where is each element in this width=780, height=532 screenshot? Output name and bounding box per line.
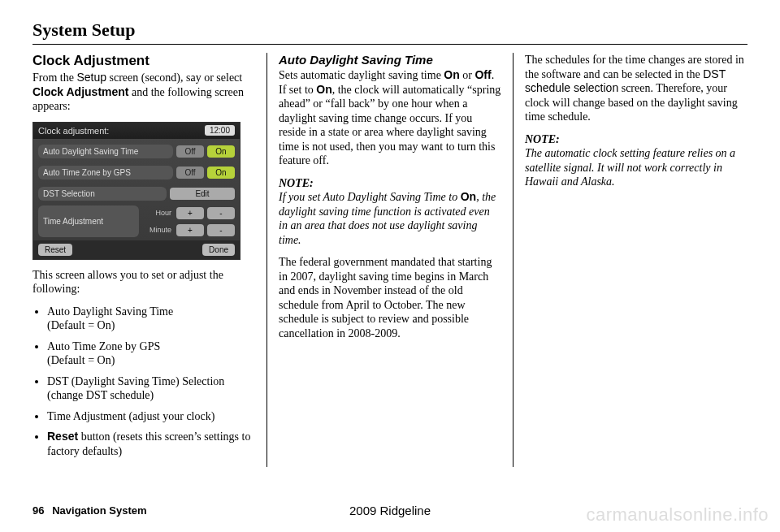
column-3: The schedules for the time changes are s… bbox=[513, 53, 748, 467]
column-2: Auto Daylight Saving Time Sets automatic… bbox=[266, 53, 513, 467]
col3-paragraph-1: The schedules for the time changes are s… bbox=[525, 53, 748, 124]
clock-adjustment-screenshot: Clock adjustment: 12:00 Auto Daylight Sa… bbox=[32, 122, 240, 260]
adst-heading: Auto Daylight Saving Time bbox=[279, 53, 501, 67]
shot-atz-off[interactable]: Off bbox=[176, 167, 204, 179]
shot-reset-button[interactable]: Reset bbox=[38, 244, 72, 256]
adst-on-2: On bbox=[316, 83, 332, 96]
bullet-reset-rest: button (resets this screen’s settings to… bbox=[47, 430, 250, 457]
bullet-atz-main: Auto Time Zone by GPS bbox=[47, 340, 160, 353]
shot-dst-edit[interactable]: Edit bbox=[170, 188, 235, 200]
shot-label-adst: Auto Daylight Saving Time bbox=[38, 145, 173, 158]
shot-adst-on[interactable]: On bbox=[207, 145, 235, 158]
adst-paragraph-2: The federal government mandated that sta… bbox=[279, 255, 501, 340]
shot-label-atz: Auto Time Zone by GPS bbox=[38, 166, 173, 179]
bullet-adst-main: Auto Daylight Saving Time bbox=[47, 305, 173, 318]
adst-note-a: If you set Auto Daylight Saving Time to bbox=[279, 191, 461, 203]
clock-adjustment-heading: Clock Adjustment bbox=[32, 53, 255, 69]
col3-note-label: NOTE: bbox=[525, 133, 560, 145]
shot-label-timeadj: Time Adjustment bbox=[38, 205, 139, 237]
clock-adjustment-bold: Clock Adjustment bbox=[32, 85, 129, 98]
bullet-adst: Auto Daylight Saving Time (Default = On) bbox=[47, 305, 255, 333]
col3-note-text: The automatic clock setting feature reli… bbox=[525, 147, 735, 188]
column-1: Clock Adjustment From the Setup screen (… bbox=[32, 53, 266, 467]
shot-hour-minus[interactable]: - bbox=[207, 207, 235, 219]
intro-text-1: From the bbox=[32, 71, 76, 84]
shot-label-dst: DST Selection bbox=[38, 187, 167, 201]
bullet-dst-sub: (change DST schedule) bbox=[47, 389, 154, 401]
adst-note-label: NOTE: bbox=[279, 177, 314, 189]
title-divider bbox=[32, 44, 748, 45]
shot-ta-hour-label: Hour bbox=[142, 209, 173, 217]
shot-done-button[interactable]: Done bbox=[202, 244, 235, 256]
col3-note: NOTE: The automatic clock setting featur… bbox=[525, 132, 748, 189]
watermark: carmanualsonline.info bbox=[586, 504, 769, 526]
bullet-atz: Auto Time Zone by GPS (Default = On) bbox=[47, 340, 255, 368]
bullet-atz-sub: (Default = On) bbox=[47, 354, 115, 366]
adst-on-1: On bbox=[444, 68, 459, 81]
adst-p1b: or bbox=[460, 69, 475, 81]
intro-text-2: screen (second), say or select bbox=[106, 71, 242, 84]
shot-hour-plus[interactable]: + bbox=[176, 207, 204, 219]
bullet-dst: DST (Daylight Saving Time) Selection (ch… bbox=[47, 374, 255, 403]
shot-row-dst: DST Selection Edit bbox=[38, 184, 235, 202]
shot-body: Auto Daylight Saving Time Off On Auto Ti… bbox=[33, 139, 240, 240]
shot-row-atz: Auto Time Zone by GPS Off On bbox=[38, 163, 235, 181]
shot-minute-minus[interactable]: - bbox=[207, 224, 235, 236]
shot-row-timeadj: Time Adjustment Hour + - Minute + - bbox=[38, 205, 235, 237]
bullet-dst-main: DST (Daylight Saving Time) Selection bbox=[47, 375, 224, 387]
bullet-timeadj-main: Time Adjustment (adjust your clock) bbox=[47, 410, 214, 422]
adst-off: Off bbox=[474, 68, 491, 81]
bullet-reset: Reset button (resets this screen’s setti… bbox=[47, 430, 255, 458]
shot-adst-off[interactable]: Off bbox=[176, 145, 204, 158]
content-columns: Clock Adjustment From the Setup screen (… bbox=[32, 53, 748, 467]
adst-p1a: Sets automatic daylight saving time bbox=[279, 69, 444, 81]
shot-atz-on[interactable]: On bbox=[207, 167, 235, 179]
bullet-reset-bold: Reset bbox=[47, 430, 78, 443]
shot-minute-plus[interactable]: + bbox=[176, 224, 204, 236]
shot-row-adst: Auto Daylight Saving Time Off On bbox=[38, 142, 235, 160]
bullet-timeadj: Time Adjustment (adjust your clock) bbox=[47, 409, 255, 424]
adst-note: NOTE: If you set Auto Daylight Saving Ti… bbox=[279, 176, 501, 248]
shot-ta-minute-label: Minute bbox=[142, 226, 173, 234]
page-title: System Setup bbox=[32, 19, 748, 41]
clock-adjustment-intro: From the Setup screen (second), say or s… bbox=[32, 71, 255, 114]
shot-title: Clock adjustment: bbox=[38, 126, 109, 136]
shot-clock: 12:00 bbox=[205, 125, 235, 136]
bullet-adst-sub: (Default = On) bbox=[47, 319, 115, 331]
shot-footer: Reset Done bbox=[33, 240, 240, 258]
setting-bullets: Auto Daylight Saving Time (Default = On)… bbox=[32, 305, 255, 459]
after-shot-text: This screen allows you to set or adjust … bbox=[32, 268, 255, 296]
shot-header: Clock adjustment: 12:00 bbox=[33, 123, 240, 140]
setup-word: Setup bbox=[76, 71, 106, 84]
adst-paragraph-1: Sets automatic daylight saving time On o… bbox=[279, 68, 501, 168]
adst-note-on: On bbox=[461, 190, 476, 203]
